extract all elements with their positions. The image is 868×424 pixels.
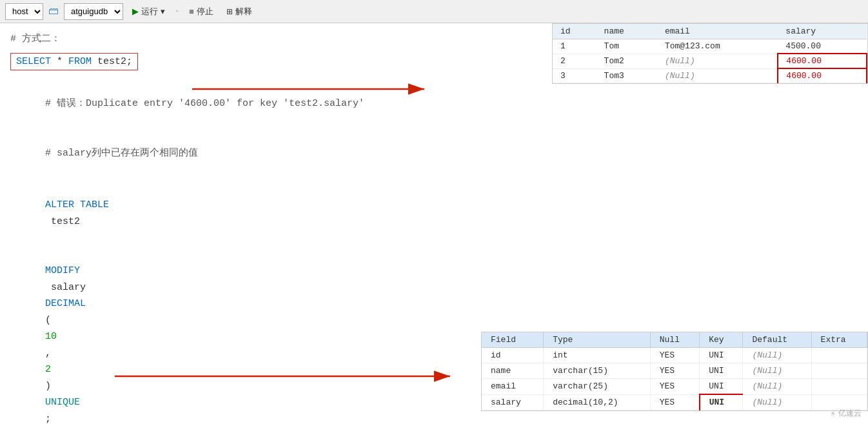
table-row: name varchar(15) YES UNI (Null) bbox=[482, 363, 867, 379]
select-kw: SELECT bbox=[16, 56, 51, 67]
decimal-num-10: 10 bbox=[45, 331, 57, 342]
cell-salary-3: 4600.00 bbox=[778, 68, 867, 83]
col-name-header: name bbox=[597, 24, 657, 39]
cell-salary-1: 4500.00 bbox=[778, 39, 867, 54]
decimal-params-1: ( bbox=[45, 315, 51, 326]
run-dropdown-icon: ▾ bbox=[161, 6, 165, 16]
cell-email-1: Tom@123.com bbox=[657, 39, 778, 54]
col-ref-1: salary bbox=[45, 282, 92, 293]
bottom-result-table: Field Type Null Key Default Extra id int… bbox=[481, 332, 868, 411]
col-id-header: id bbox=[553, 24, 597, 39]
col-salary-header: salary bbox=[778, 24, 867, 39]
col-null-header: Null bbox=[650, 332, 699, 348]
cell-key-salary: UNI bbox=[700, 394, 743, 410]
cell-default-salary: (Null) bbox=[743, 394, 811, 410]
stop-button[interactable]: ■ 停止 bbox=[185, 5, 217, 19]
col-key-header: Key bbox=[700, 332, 743, 348]
watermark-icon: ⚡ bbox=[831, 408, 836, 419]
close-paren-1: ) bbox=[45, 381, 57, 392]
cell-extra-email bbox=[811, 379, 867, 395]
semi-1: ; bbox=[45, 414, 51, 425]
cell-salary-2: 4600.00 bbox=[778, 54, 867, 68]
select-star: * bbox=[57, 56, 68, 67]
cell-type-name: varchar(15) bbox=[544, 363, 651, 379]
cell-type-email: varchar(25) bbox=[544, 379, 651, 395]
comment-3-text: # salary列中已存在两个相同的值 bbox=[45, 148, 198, 159]
decimal-num-2: 2 bbox=[45, 364, 51, 375]
cell-name-2: Tom2 bbox=[597, 54, 657, 68]
run-label: 运行 bbox=[141, 6, 158, 17]
explain-button[interactable]: ⊞ 解释 bbox=[222, 5, 256, 19]
run-button[interactable]: ▶ 运行 ▾ bbox=[128, 5, 169, 19]
cell-null-name: YES bbox=[650, 363, 699, 379]
cell-default-id: (Null) bbox=[743, 348, 811, 363]
cell-type-id: int bbox=[544, 348, 651, 363]
cell-null-salary: YES bbox=[650, 394, 699, 410]
top-result-table: id name email salary 1 Tom Tom@123.com 4… bbox=[552, 23, 868, 84]
col-default-header: Default bbox=[743, 332, 811, 348]
cell-default-email: (Null) bbox=[743, 379, 811, 395]
host-select[interactable]: host bbox=[5, 3, 43, 20]
cell-extra-id bbox=[811, 348, 867, 363]
cell-field-name: name bbox=[482, 363, 544, 379]
cell-key-name: UNI bbox=[700, 363, 743, 379]
cell-default-name: (Null) bbox=[743, 363, 811, 379]
cell-name-1: Tom bbox=[597, 39, 657, 54]
unique-kw-1: UNIQUE bbox=[45, 397, 80, 408]
cell-name-3: Tom3 bbox=[597, 68, 657, 83]
col-email-header: email bbox=[657, 24, 778, 39]
table-row: 3 Tom3 (Null) 4600.00 bbox=[553, 68, 867, 83]
cell-type-salary: decimal(10,2) bbox=[544, 394, 651, 410]
main-area: # 方式二： SELECT * FROM test2; # 错误：Duplica… bbox=[0, 23, 868, 424]
stop-label: 停止 bbox=[197, 6, 213, 17]
explain-label: 解释 bbox=[235, 6, 252, 17]
cell-null-id: YES bbox=[650, 348, 699, 363]
db-icon: 🗃 bbox=[48, 5, 59, 17]
cell-email-2: (Null) bbox=[657, 54, 778, 68]
cell-field-email: email bbox=[482, 379, 544, 395]
table-row: email varchar(25) YES UNI (Null) bbox=[482, 379, 867, 395]
cell-key-email: UNI bbox=[700, 379, 743, 395]
from-kw: FROM bbox=[68, 56, 92, 67]
toolbar: host 🗃 atguigudb ▶ 运行 ▾ · ■ 停止 ⊞ 解释 bbox=[0, 0, 868, 23]
run-icon: ▶ bbox=[132, 6, 139, 16]
cell-null-email: YES bbox=[650, 379, 699, 395]
separator: · bbox=[174, 6, 180, 17]
table-row: 1 Tom Tom@123.com 4500.00 bbox=[553, 39, 867, 54]
comment-line-2: # 错误：Duplicate entry '4600.00' for key '… bbox=[10, 79, 858, 129]
cell-id-1: 1 bbox=[553, 39, 597, 54]
stop-icon: ■ bbox=[189, 6, 194, 16]
col-extra-header: Extra bbox=[811, 332, 867, 348]
table-row: id int YES UNI (Null) bbox=[482, 348, 867, 363]
table-row: 2 Tom2 (Null) 4600.00 bbox=[553, 54, 867, 68]
db-select[interactable]: atguigudb bbox=[64, 3, 123, 20]
comment-line-3: # salary列中已存在两个相同的值 bbox=[10, 128, 858, 178]
alter-kw-1: ALTER TABLE bbox=[45, 199, 109, 210]
table-row: salary decimal(10,2) YES UNI (Null) bbox=[482, 394, 867, 410]
explain-icon: ⊞ bbox=[226, 7, 233, 16]
cell-email-3: (Null) bbox=[657, 68, 778, 83]
comma-1: , bbox=[45, 348, 51, 359]
select-statement: SELECT * FROM test2; bbox=[10, 53, 138, 70]
decimal-kw-1: DECIMAL bbox=[45, 298, 86, 309]
cell-extra-name bbox=[811, 363, 867, 379]
cell-key-id: UNI bbox=[700, 348, 743, 363]
table-ref-1: test2 bbox=[45, 216, 80, 227]
comment-2-text: # 错误：Duplicate entry '4600.00' for key '… bbox=[45, 98, 364, 109]
watermark: ⚡ 亿速云 bbox=[831, 408, 862, 419]
cell-field-salary: salary bbox=[482, 394, 544, 410]
table-name-1: test2; bbox=[97, 56, 132, 67]
col-field-header: Field bbox=[482, 332, 544, 348]
cell-id-3: 3 bbox=[553, 68, 597, 83]
alter-line-1: ALTER TABLE test2 bbox=[10, 181, 858, 247]
cell-field-id: id bbox=[482, 348, 544, 363]
cell-id-2: 2 bbox=[553, 54, 597, 68]
watermark-text: 亿速云 bbox=[838, 408, 862, 419]
modify-kw-1: MODIFY bbox=[45, 265, 80, 276]
col-type-header: Type bbox=[544, 332, 651, 348]
